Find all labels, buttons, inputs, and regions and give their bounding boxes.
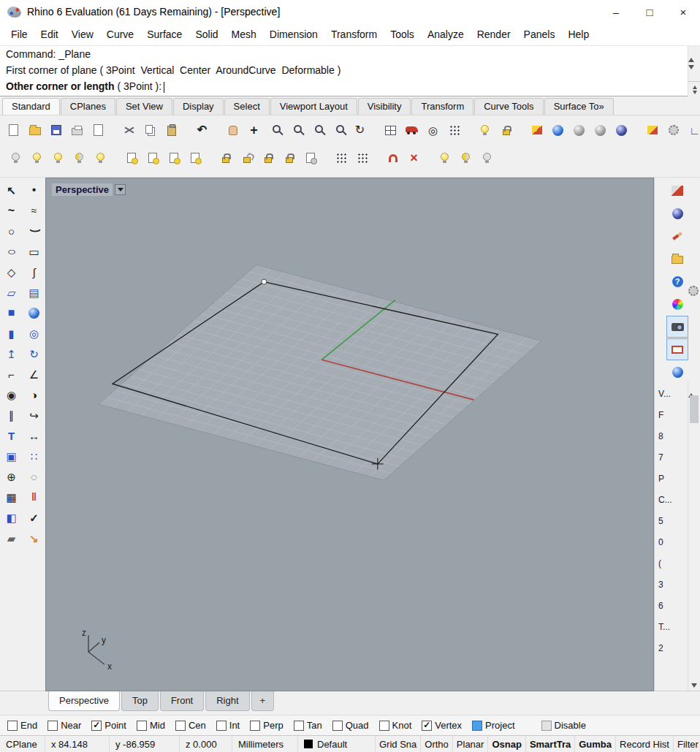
select-arrow-icon[interactable]: ↖ (1, 181, 22, 200)
show-objects-bulb-icon[interactable] (474, 119, 495, 141)
point-tool-icon[interactable]: • (24, 181, 45, 200)
status-pane-toggle[interactable]: Filter (674, 736, 700, 752)
polyline-tool-icon[interactable]: ~ (1, 201, 22, 220)
save-file-icon[interactable] (45, 119, 66, 141)
menu-item[interactable]: Analyze (421, 26, 471, 43)
osnap-toggle[interactable]: Knot (379, 720, 412, 731)
render-materials-tab-icon[interactable] (666, 361, 688, 383)
ghosted-view-sphere-icon[interactable] (590, 119, 611, 141)
unlock-objects-icon[interactable] (236, 147, 257, 169)
properties-tab-icon[interactable] (666, 180, 688, 202)
osnap-toggle[interactable]: End (7, 720, 37, 731)
sphere-tool-icon[interactable] (24, 303, 45, 322)
toolbar-tab[interactable]: Viewport Layout (270, 98, 357, 115)
named-view-car-icon[interactable] (401, 119, 422, 141)
osnap-disable-icon[interactable]: × (403, 147, 425, 169)
cplane-status[interactable]: CPlane (0, 736, 45, 752)
osnap-toggle[interactable]: Int (216, 720, 240, 731)
command-spinner[interactable] (688, 81, 700, 97)
units-status[interactable]: Millimeters (232, 736, 298, 752)
checkbox[interactable] (250, 721, 260, 731)
lock-objects-icon[interactable] (215, 147, 236, 169)
extend-curve-icon[interactable]: ↪ (24, 406, 45, 425)
checkbox[interactable] (7, 721, 18, 731)
extrude-tool-icon[interactable]: ↥ (1, 344, 22, 363)
status-pane-toggle[interactable]: Gumba (575, 736, 616, 752)
surface-plane-icon[interactable]: ▱ (1, 283, 22, 302)
lock-selected-icon[interactable] (257, 147, 278, 169)
osnap-toggle[interactable]: Vertex (422, 720, 462, 731)
toolbar-tab[interactable]: Display (173, 98, 224, 115)
render-preview-sphere-icon[interactable] (547, 119, 568, 141)
status-pane-toggle[interactable]: Osnap (488, 736, 525, 752)
layer-light-half-icon[interactable] (455, 147, 476, 169)
menu-item[interactable]: Transform (324, 26, 384, 43)
menu-item[interactable]: Curve (100, 26, 140, 43)
lock-in-detail-icon[interactable] (300, 147, 321, 169)
viewport-title-bar[interactable]: Perspective (52, 183, 126, 196)
viewport-canvas[interactable]: z y x (46, 178, 653, 691)
close-button[interactable]: × (666, 0, 700, 23)
menu-item[interactable]: Edit (34, 26, 65, 43)
status-pane-toggle[interactable]: Planar (453, 736, 489, 752)
menu-item[interactable]: Surface (140, 26, 189, 43)
osnap-toggle[interactable]: Mid (137, 720, 165, 731)
checkbox[interactable] (472, 721, 482, 731)
panel-scrollbar[interactable] (688, 381, 700, 691)
scroll-thumb[interactable] (690, 395, 699, 423)
checkbox[interactable] (294, 721, 304, 731)
layer-status[interactable]: Default (298, 736, 376, 752)
command-prompt-line[interactable]: Other corner or length ( 3Point ): (0, 78, 685, 94)
osnap-toggle[interactable]: Cen (175, 720, 206, 731)
flatten-surface-icon[interactable]: ▰ (1, 528, 22, 547)
osnap-magnet-icon[interactable] (382, 147, 403, 169)
scroll-down-icon[interactable] (688, 65, 694, 81)
hide-in-viewport-icon[interactable] (163, 147, 184, 169)
control-point-curve-icon[interactable]: ≈ (24, 201, 45, 220)
osnap-toggle[interactable]: Point (91, 720, 126, 731)
box-tool-icon[interactable]: ■ (1, 303, 22, 322)
visibility-tool-icon[interactable]: ◌ (24, 467, 45, 486)
menu-item[interactable]: File (4, 26, 34, 43)
checkbox[interactable] (137, 721, 147, 731)
panel-options-gear-icon[interactable] (688, 286, 699, 299)
array-tool-icon[interactable]: ∷ (24, 447, 45, 466)
named-cplane-icon[interactable] (444, 119, 465, 141)
viewport-layout-icon[interactable] (380, 119, 401, 141)
toolbar-tab[interactable]: CPlanes (61, 98, 115, 115)
show-selected-bulb-icon[interactable] (47, 147, 69, 169)
undo-icon[interactable]: ↶ (191, 119, 213, 141)
offset-curve-icon[interactable]: ∥ (1, 406, 22, 425)
toolbar-tab[interactable]: Transform (411, 98, 473, 115)
layer-light-on-icon[interactable] (434, 147, 455, 169)
help-tab-icon[interactable]: ? (666, 270, 688, 292)
viewport-menu-button[interactable] (115, 184, 126, 195)
print-icon[interactable] (66, 119, 88, 141)
named-views-camera-tab-icon[interactable] (666, 316, 688, 338)
block-tool-icon[interactable]: ▣ (1, 447, 22, 466)
lock-swap-icon[interactable] (278, 147, 300, 169)
zoom-extents-icon[interactable] (307, 119, 328, 141)
rendered-view-sphere-icon[interactable] (611, 119, 632, 141)
rotate-view-icon[interactable]: ↻ (349, 119, 370, 141)
osnap-toggle[interactable]: Project (472, 720, 514, 731)
cplane-icon[interactable]: ◎ (422, 119, 444, 141)
analyze-surface-icon[interactable]: ◧ (1, 508, 22, 527)
cut-icon[interactable] (118, 119, 140, 141)
checkbox[interactable] (47, 721, 58, 731)
rendering-wheel-tab-icon[interactable] (666, 293, 688, 315)
swap-hidden-bulb-icon[interactable] (69, 147, 90, 169)
status-pane-toggle[interactable]: Record Hist (616, 736, 674, 752)
rectangle-tool-icon[interactable]: ▭ (24, 242, 45, 261)
grid-snap-icon[interactable] (330, 147, 351, 169)
new-viewport-tab-button[interactable]: + (251, 691, 275, 711)
clipping-plane-tab-icon[interactable] (666, 338, 688, 360)
command-options-line[interactable]: First corner of plane ( 3Point Vertical … (0, 62, 685, 78)
menu-item[interactable]: Mesh (225, 26, 263, 43)
shaded-view-sphere-icon[interactable] (568, 119, 590, 141)
copy-icon[interactable] (140, 119, 161, 141)
osnap-toggle[interactable]: Near (47, 720, 81, 731)
status-pane-toggle[interactable]: SmartTra (526, 736, 575, 752)
menu-item[interactable]: Render (471, 26, 517, 43)
menu-item[interactable]: Panels (517, 26, 562, 43)
